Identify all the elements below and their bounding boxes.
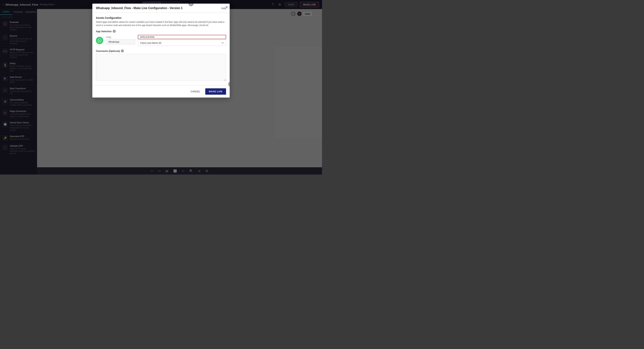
modal-footer: 3 CANCEL MAKE LIVE: [92, 85, 230, 98]
application-select[interactable]: Cisco Live Demo 20 Demo App 1 Demo App 2: [138, 40, 226, 46]
type-column: TYPE WhatsApp: [106, 36, 135, 44]
modal-header: Whatsapp_Inbound_Flow - Make Live Config…: [92, 4, 230, 13]
modal-title: Whatsapp_Inbound_Flow - Make Live Config…: [96, 6, 182, 10]
app-selection-info-icon[interactable]: i: [113, 30, 116, 33]
step-3-container: 3: [228, 82, 230, 87]
type-value: WhatsApp: [106, 39, 135, 44]
app-row: TYPE WhatsApp APPLICATION Cisco Live Dem…: [96, 35, 226, 46]
assets-config-title: Assets Configuration: [96, 16, 226, 19]
comments-textarea[interactable]: [96, 54, 226, 81]
modal: ✕ 2 Whatsapp_Inbound_Flow - Make Live Co…: [92, 4, 230, 98]
modal-overlay: ✕ 2 Whatsapp_Inbound_Flow - Make Live Co…: [0, 0, 322, 174]
application-column: APPLICATION Cisco Live Demo 20 Demo App …: [138, 35, 226, 46]
type-label: TYPE: [106, 36, 135, 38]
comments-label: Comments (Optional) i: [96, 50, 226, 52]
app-selection-label: App Selection i: [96, 30, 226, 33]
application-label: APPLICATION: [138, 35, 226, 39]
whatsapp-icon: [96, 37, 103, 44]
modal-close-button[interactable]: ✕: [225, 5, 228, 10]
make-live-modal-button[interactable]: MAKE LIVE: [205, 88, 226, 95]
step-3-badge: 3: [228, 82, 230, 87]
assets-config-desc: Select apps and define values for custom…: [96, 20, 226, 27]
step-2-badge: 2: [188, 4, 194, 6]
cancel-button[interactable]: CANCEL: [188, 89, 203, 94]
modal-body: Assets Configuration Select apps and def…: [92, 13, 230, 85]
step-2-container: 2: [188, 4, 194, 6]
comments-info-icon[interactable]: i: [121, 50, 124, 52]
